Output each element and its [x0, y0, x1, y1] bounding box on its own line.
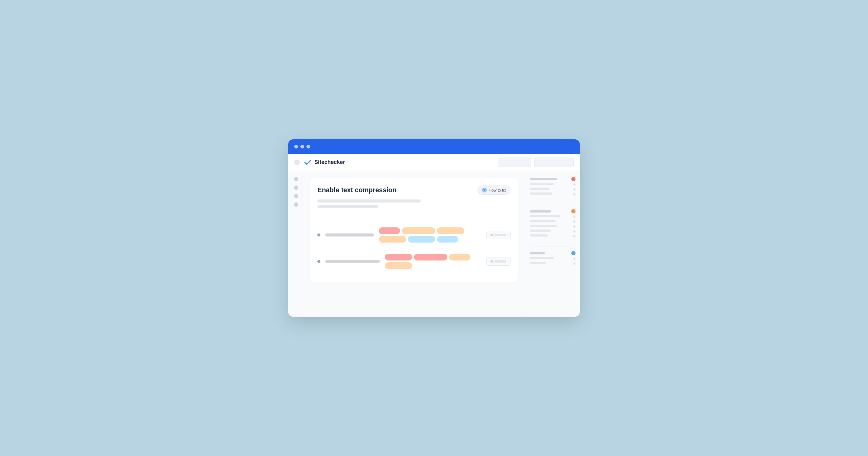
- window-dot-2: [300, 145, 304, 149]
- desc-line-2: [317, 205, 378, 208]
- rp-badge-red: [571, 177, 576, 181]
- rp-row-4: [530, 193, 576, 196]
- rp-sub-5: [530, 220, 556, 222]
- rp-row-2: [530, 183, 576, 186]
- rp-badge-blue: [571, 251, 576, 255]
- window-dot-3: [306, 145, 310, 149]
- rp-row-3: [530, 188, 576, 191]
- rp-dot-10: [573, 262, 576, 265]
- rp-sub-6: [530, 225, 557, 227]
- brand-name: Sitechecker: [314, 159, 345, 165]
- rp-sub-2: [530, 188, 550, 190]
- rp-row-11: [530, 251, 576, 255]
- rp-row-13: [530, 262, 576, 265]
- table-row-1: [317, 222, 510, 248]
- rp-row-1: [530, 177, 576, 181]
- rp-sub-1: [530, 183, 554, 185]
- how-to-fix-label: How to fix: [489, 188, 506, 193]
- tag-blue-1: [408, 236, 435, 242]
- action-dot-2: [491, 260, 493, 263]
- tag-pink-1: [379, 227, 400, 234]
- desc-line-1: [317, 199, 421, 202]
- action-dot-1: [491, 234, 493, 236]
- row-2-bullet: [317, 260, 320, 263]
- rp-dot-3: [573, 193, 576, 196]
- tag-blue-2: [437, 236, 458, 242]
- rp-section-3: [530, 251, 576, 266]
- how-to-fix-button[interactable]: ? How to fix: [477, 186, 510, 195]
- rp-dot-6: [573, 225, 576, 228]
- browser-content: Enable text compression ? How to fix: [288, 171, 580, 317]
- tag-orange-5: [385, 262, 412, 269]
- rp-sub-8: [530, 234, 548, 236]
- browser-toolbar: Sitechecker: [288, 154, 580, 171]
- row-1-action[interactable]: [486, 231, 510, 239]
- toolbar-btn-1[interactable]: [498, 158, 531, 167]
- right-panel: [525, 171, 580, 317]
- rp-dot-9: [573, 257, 576, 260]
- rp-line-2: [530, 210, 551, 213]
- rp-row-6: [530, 215, 576, 218]
- rp-line-1: [530, 178, 557, 180]
- rp-sub-10: [530, 262, 546, 264]
- rp-row-8: [530, 225, 576, 228]
- brand-logo: [303, 158, 312, 167]
- rp-sub-7: [530, 230, 551, 232]
- row-1-label: [325, 233, 374, 236]
- rp-section-2: [530, 209, 576, 239]
- table-row-2: [317, 248, 510, 274]
- rp-row-7: [530, 220, 576, 223]
- action-line-2: [494, 260, 506, 263]
- row-2-label: [325, 260, 380, 263]
- row-2-tags: [385, 254, 482, 269]
- spacer-1: [317, 218, 510, 222]
- row-2-action[interactable]: [486, 257, 510, 266]
- tag-orange-2: [437, 227, 464, 234]
- rp-section-1: [530, 177, 576, 197]
- action-line-1: [494, 234, 506, 236]
- tag-orange-1: [402, 227, 435, 234]
- rp-row-10: [530, 234, 576, 238]
- window-dot-1: [294, 145, 298, 149]
- rp-row-5: [530, 209, 576, 214]
- tag-pink-2: [385, 254, 412, 260]
- row-1-tags: [379, 227, 482, 242]
- card-header: Enable text compression ? How to fix: [317, 186, 510, 195]
- rp-dot-8: [573, 235, 576, 237]
- rp-dot-1: [573, 183, 576, 186]
- toolbar-btn-2[interactable]: [534, 158, 574, 167]
- rp-dot-7: [573, 230, 576, 233]
- rp-sub-3: [530, 193, 553, 195]
- tag-pink-3: [414, 254, 447, 260]
- tag-orange-4: [449, 254, 470, 260]
- rp-dot-2: [573, 188, 576, 191]
- rp-row-9: [530, 230, 576, 233]
- brand: Sitechecker: [303, 158, 494, 167]
- how-to-fix-icon: ?: [482, 188, 487, 193]
- rp-divider-2: [530, 247, 576, 247]
- rp-badge-orange: [571, 209, 576, 214]
- rp-sub-4: [530, 215, 560, 217]
- rp-dot-5: [573, 220, 576, 223]
- left-sidebar: [288, 171, 304, 317]
- row-1-bullet: [317, 233, 320, 236]
- main-card: Enable text compression ? How to fix: [310, 178, 518, 282]
- card-divider-1: [317, 213, 510, 213]
- rp-row-12: [530, 257, 576, 260]
- sidebar-dot-3: [294, 194, 298, 198]
- toolbar-circle: [294, 160, 300, 165]
- toolbar-buttons: [498, 158, 574, 167]
- sidebar-dot-4: [294, 202, 298, 207]
- rp-line-3: [530, 252, 545, 254]
- browser-window: Sitechecker Enable text compression ?: [288, 139, 580, 317]
- tag-orange-3: [379, 236, 406, 242]
- main-content: Enable text compression ? How to fix: [304, 171, 525, 317]
- rp-dot-4: [573, 216, 576, 218]
- browser-titlebar: [288, 139, 580, 154]
- card-title: Enable text compression: [317, 186, 396, 194]
- sidebar-dot-1: [294, 177, 298, 181]
- rp-sub-9: [530, 257, 554, 259]
- sidebar-dot-2: [294, 186, 298, 190]
